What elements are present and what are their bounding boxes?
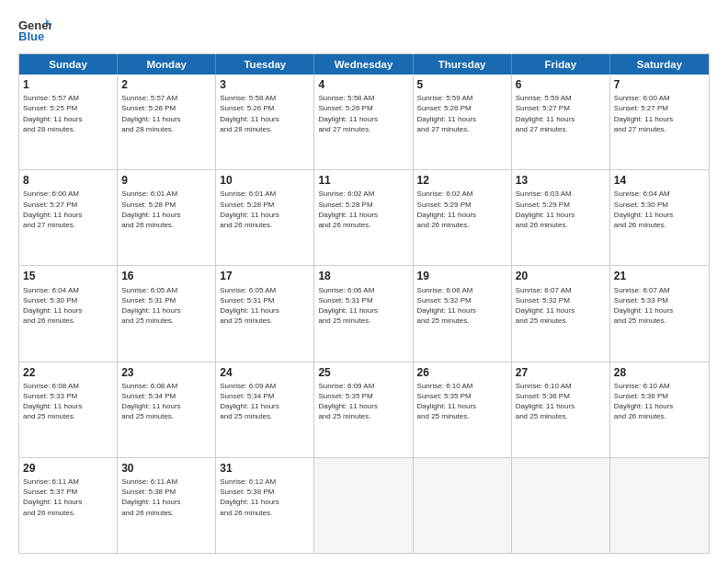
calendar-cell: 11Sunrise: 6:02 AM Sunset: 5:28 PM Dayli… xyxy=(314,170,413,265)
day-number: 31 xyxy=(220,461,310,476)
calendar-row: 15Sunrise: 6:04 AM Sunset: 5:30 PM Dayli… xyxy=(19,265,709,361)
calendar-cell: 24Sunrise: 6:09 AM Sunset: 5:34 PM Dayli… xyxy=(216,362,314,457)
day-info: Sunrise: 6:06 AM Sunset: 5:32 PM Dayligh… xyxy=(417,285,507,327)
calendar-cell xyxy=(414,458,512,553)
calendar-cell xyxy=(314,458,413,553)
calendar-cell: 31Sunrise: 6:12 AM Sunset: 5:38 PM Dayli… xyxy=(216,458,314,553)
day-info: Sunrise: 5:59 AM Sunset: 5:27 PM Dayligh… xyxy=(516,93,606,134)
day-number: 9 xyxy=(121,173,211,188)
svg-text:Blue: Blue xyxy=(18,29,44,43)
day-info: Sunrise: 6:12 AM Sunset: 5:38 PM Dayligh… xyxy=(220,477,310,518)
day-info: Sunrise: 5:57 AM Sunset: 5:26 PM Dayligh… xyxy=(121,93,211,134)
day-number: 15 xyxy=(23,269,113,283)
calendar-cell: 5Sunrise: 5:59 AM Sunset: 5:26 PM Daylig… xyxy=(414,75,512,169)
calendar-cell: 6Sunrise: 5:59 AM Sunset: 5:27 PM Daylig… xyxy=(512,75,610,169)
day-number: 8 xyxy=(23,173,113,188)
calendar-cell: 8Sunrise: 6:00 AM Sunset: 5:27 PM Daylig… xyxy=(19,170,118,265)
day-info: Sunrise: 6:11 AM Sunset: 5:37 PM Dayligh… xyxy=(23,477,113,518)
day-info: Sunrise: 6:09 AM Sunset: 5:34 PM Dayligh… xyxy=(220,381,310,422)
day-info: Sunrise: 6:02 AM Sunset: 5:28 PM Dayligh… xyxy=(318,189,408,230)
day-info: Sunrise: 6:10 AM Sunset: 5:36 PM Dayligh… xyxy=(614,381,705,422)
day-number: 27 xyxy=(516,365,606,380)
day-info: Sunrise: 6:07 AM Sunset: 5:32 PM Dayligh… xyxy=(516,285,606,327)
day-number: 24 xyxy=(220,365,310,380)
day-info: Sunrise: 6:10 AM Sunset: 5:36 PM Dayligh… xyxy=(516,381,606,422)
day-number: 3 xyxy=(220,77,310,92)
calendar-cell: 4Sunrise: 5:58 AM Sunset: 5:26 PM Daylig… xyxy=(314,75,413,169)
logo-icon: General Blue xyxy=(18,17,51,44)
calendar-cell xyxy=(512,458,610,553)
calendar-cell: 25Sunrise: 6:09 AM Sunset: 5:35 PM Dayli… xyxy=(314,362,413,457)
day-number: 2 xyxy=(121,77,211,92)
calendar-cell: 21Sunrise: 6:07 AM Sunset: 5:33 PM Dayli… xyxy=(610,266,709,361)
day-number: 17 xyxy=(220,269,310,283)
header-friday: Friday xyxy=(512,54,610,75)
day-info: Sunrise: 6:04 AM Sunset: 5:30 PM Dayligh… xyxy=(23,285,113,327)
day-number: 6 xyxy=(516,77,606,92)
day-number: 10 xyxy=(220,173,310,188)
calendar-cell: 12Sunrise: 6:02 AM Sunset: 5:29 PM Dayli… xyxy=(414,170,512,265)
calendar-cell xyxy=(610,458,709,553)
day-number: 7 xyxy=(614,77,705,92)
day-number: 13 xyxy=(516,173,606,188)
logo: General Blue xyxy=(18,17,51,44)
day-info: Sunrise: 6:08 AM Sunset: 5:34 PM Dayligh… xyxy=(121,381,211,422)
calendar-cell: 23Sunrise: 6:08 AM Sunset: 5:34 PM Dayli… xyxy=(118,362,216,457)
day-info: Sunrise: 5:57 AM Sunset: 5:25 PM Dayligh… xyxy=(23,93,113,134)
calendar-cell: 26Sunrise: 6:10 AM Sunset: 5:35 PM Dayli… xyxy=(414,362,512,457)
calendar: Sunday Monday Tuesday Wednesday Thursday… xyxy=(18,53,710,554)
page: General Blue Sunday Monday Tuesday Wedne… xyxy=(0,0,728,563)
day-number: 16 xyxy=(121,269,211,283)
day-number: 22 xyxy=(23,365,113,380)
calendar-row: 8Sunrise: 6:00 AM Sunset: 5:27 PM Daylig… xyxy=(19,169,709,265)
day-number: 20 xyxy=(516,269,606,283)
day-info: Sunrise: 6:01 AM Sunset: 5:28 PM Dayligh… xyxy=(121,189,211,230)
calendar-row: 29Sunrise: 6:11 AM Sunset: 5:37 PM Dayli… xyxy=(19,457,709,553)
calendar-cell: 2Sunrise: 5:57 AM Sunset: 5:26 PM Daylig… xyxy=(118,75,216,169)
calendar-cell: 1Sunrise: 5:57 AM Sunset: 5:25 PM Daylig… xyxy=(19,75,118,169)
day-number: 26 xyxy=(417,365,507,380)
calendar-cell: 16Sunrise: 6:05 AM Sunset: 5:31 PM Dayli… xyxy=(118,266,216,361)
calendar-cell: 17Sunrise: 6:05 AM Sunset: 5:31 PM Dayli… xyxy=(216,266,314,361)
day-number: 19 xyxy=(417,269,507,283)
day-info: Sunrise: 6:04 AM Sunset: 5:30 PM Dayligh… xyxy=(614,189,705,230)
day-info: Sunrise: 6:00 AM Sunset: 5:27 PM Dayligh… xyxy=(614,93,705,134)
calendar-cell: 10Sunrise: 6:01 AM Sunset: 5:28 PM Dayli… xyxy=(216,170,314,265)
calendar-cell: 30Sunrise: 6:11 AM Sunset: 5:38 PM Dayli… xyxy=(118,458,216,553)
calendar-body: 1Sunrise: 5:57 AM Sunset: 5:25 PM Daylig… xyxy=(19,75,709,553)
day-number: 11 xyxy=(318,173,408,188)
header-thursday: Thursday xyxy=(414,54,512,75)
header-wednesday: Wednesday xyxy=(314,54,413,75)
day-number: 21 xyxy=(614,269,705,283)
calendar-cell: 14Sunrise: 6:04 AM Sunset: 5:30 PM Dayli… xyxy=(610,170,709,265)
day-info: Sunrise: 6:07 AM Sunset: 5:33 PM Dayligh… xyxy=(614,285,705,327)
day-info: Sunrise: 5:58 AM Sunset: 5:26 PM Dayligh… xyxy=(220,93,310,134)
calendar-cell: 19Sunrise: 6:06 AM Sunset: 5:32 PM Dayli… xyxy=(414,266,512,361)
calendar-cell: 15Sunrise: 6:04 AM Sunset: 5:30 PM Dayli… xyxy=(19,266,118,361)
day-number: 1 xyxy=(23,77,113,92)
day-number: 5 xyxy=(417,77,507,92)
day-info: Sunrise: 6:08 AM Sunset: 5:33 PM Dayligh… xyxy=(23,381,113,422)
calendar-cell: 3Sunrise: 5:58 AM Sunset: 5:26 PM Daylig… xyxy=(216,75,314,169)
calendar-cell: 22Sunrise: 6:08 AM Sunset: 5:33 PM Dayli… xyxy=(19,362,118,457)
day-number: 25 xyxy=(318,365,408,380)
day-info: Sunrise: 6:06 AM Sunset: 5:31 PM Dayligh… xyxy=(318,285,408,327)
header-monday: Monday xyxy=(118,54,216,75)
day-info: Sunrise: 6:05 AM Sunset: 5:31 PM Dayligh… xyxy=(121,285,211,327)
day-number: 29 xyxy=(23,461,113,476)
header-tuesday: Tuesday xyxy=(216,54,314,75)
day-number: 30 xyxy=(121,461,211,476)
day-info: Sunrise: 6:10 AM Sunset: 5:35 PM Dayligh… xyxy=(417,381,507,422)
day-info: Sunrise: 6:09 AM Sunset: 5:35 PM Dayligh… xyxy=(318,381,408,422)
calendar-row: 1Sunrise: 5:57 AM Sunset: 5:25 PM Daylig… xyxy=(19,75,709,169)
day-info: Sunrise: 6:05 AM Sunset: 5:31 PM Dayligh… xyxy=(220,285,310,327)
day-info: Sunrise: 5:59 AM Sunset: 5:26 PM Dayligh… xyxy=(417,93,507,134)
calendar-cell: 18Sunrise: 6:06 AM Sunset: 5:31 PM Dayli… xyxy=(314,266,413,361)
header-sunday: Sunday xyxy=(19,54,118,75)
day-info: Sunrise: 5:58 AM Sunset: 5:26 PM Dayligh… xyxy=(318,93,408,134)
calendar-cell: 13Sunrise: 6:03 AM Sunset: 5:29 PM Dayli… xyxy=(512,170,610,265)
day-number: 23 xyxy=(121,365,211,380)
calendar-row: 22Sunrise: 6:08 AM Sunset: 5:33 PM Dayli… xyxy=(19,362,709,457)
day-info: Sunrise: 6:01 AM Sunset: 5:28 PM Dayligh… xyxy=(220,189,310,230)
calendar-cell: 20Sunrise: 6:07 AM Sunset: 5:32 PM Dayli… xyxy=(512,266,610,361)
